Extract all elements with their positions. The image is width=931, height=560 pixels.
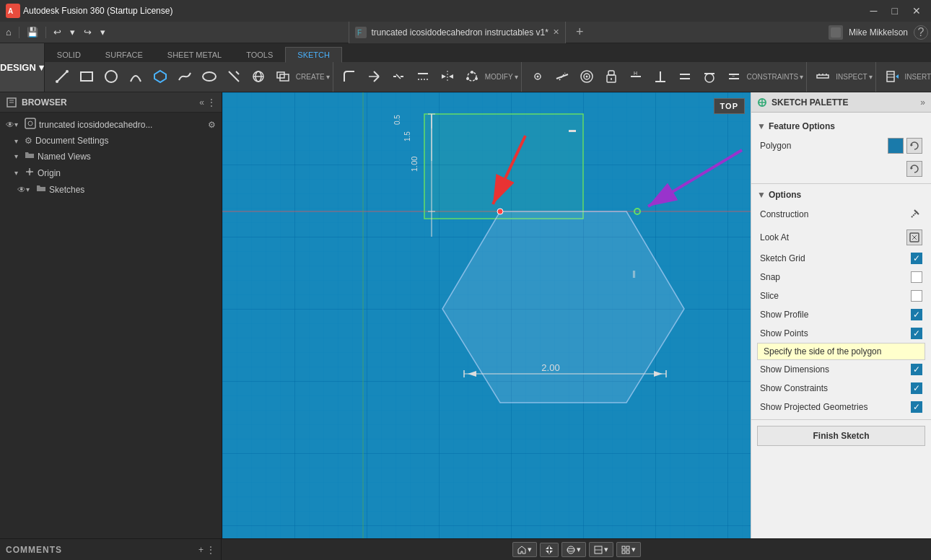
comments-expand-btn[interactable]: ⋮ bbox=[206, 545, 215, 555]
coincident-tool[interactable] bbox=[526, 64, 549, 91]
show-profile-checkbox[interactable]: ✓ bbox=[911, 309, 922, 320]
spline-tool[interactable] bbox=[173, 64, 196, 91]
snap-row: Snap bbox=[751, 268, 931, 286]
show-projected-label: Show Projected Geometries bbox=[760, 402, 867, 412]
show-projected-checkbox[interactable]: ✓ bbox=[911, 401, 922, 413]
perpendicular-tool[interactable] bbox=[649, 64, 672, 91]
trim-tool[interactable] bbox=[222, 64, 245, 91]
user-info[interactable]: Mike Mikkelson bbox=[849, 27, 908, 38]
help-btn[interactable]: ? bbox=[914, 25, 928, 40]
file-tab[interactable]: F truncated icosidodecahedron instructab… bbox=[349, 22, 565, 43]
look-at-icon-btn[interactable] bbox=[906, 229, 922, 245]
tangent-tool[interactable] bbox=[698, 64, 721, 91]
tab-sketch[interactable]: SKETCH bbox=[285, 47, 342, 63]
slice-checkbox[interactable] bbox=[911, 290, 922, 302]
show-points-checkbox[interactable]: ✓ bbox=[911, 328, 922, 339]
construction-icon-btn[interactable] bbox=[906, 206, 922, 222]
rectangle-tool[interactable] bbox=[75, 64, 98, 91]
arc-tool[interactable] bbox=[124, 64, 147, 91]
tree-item-named-views[interactable]: ▾ Named Views bbox=[0, 148, 222, 165]
fillet-tool[interactable] bbox=[338, 64, 361, 91]
eye-icon-root[interactable]: 👁 bbox=[6, 120, 14, 130]
insert-tool[interactable] bbox=[880, 64, 904, 91]
save-btn[interactable]: 💾 bbox=[24, 25, 41, 39]
comments-add-btn[interactable]: + bbox=[198, 545, 204, 555]
file-tab-name: truncated icosidodecahedron instructable… bbox=[371, 27, 548, 38]
minimize-btn[interactable]: ─ bbox=[866, 5, 882, 17]
snap-checkbox[interactable] bbox=[911, 271, 922, 283]
tree-item-root[interactable]: 👁 ▾ truncated icosidodecahedro... ⚙ bbox=[0, 115, 222, 134]
tab-surface[interactable]: SURFACE bbox=[93, 47, 155, 62]
polygon-color-swatch[interactable] bbox=[888, 138, 904, 154]
view-mode-btn[interactable]: ▾ bbox=[589, 542, 613, 557]
mirror-tool[interactable] bbox=[436, 64, 459, 91]
feature-options-label: Feature Options bbox=[769, 121, 835, 131]
feature-options-header[interactable]: ▼ Feature Options bbox=[751, 118, 931, 134]
ellipse-tool[interactable] bbox=[198, 64, 221, 91]
horizontal-tool[interactable]: H bbox=[624, 64, 647, 91]
file-tab-close[interactable]: ✕ bbox=[553, 27, 559, 37]
circle-tool[interactable] bbox=[100, 64, 123, 91]
add-tab-btn[interactable]: + bbox=[572, 25, 588, 40]
equal-tool[interactable]: = bbox=[722, 64, 746, 91]
undo-btn[interactable]: ↩ bbox=[51, 25, 64, 39]
svg-text:▬: ▬ bbox=[569, 126, 576, 134]
sidebar-collapse-btn[interactable]: « bbox=[199, 97, 204, 108]
sidebar-menu-btn[interactable]: ⋮ bbox=[207, 97, 216, 108]
svg-text:F: F bbox=[357, 29, 362, 37]
sketch-grid-checkbox[interactable]: ✓ bbox=[911, 253, 922, 264]
palette-controls: » bbox=[920, 97, 925, 108]
feature-arrow: ▼ bbox=[757, 121, 766, 131]
parallel-tool[interactable] bbox=[673, 64, 696, 91]
svg-rect-54 bbox=[817, 75, 829, 78]
design-button[interactable]: DESIGN ▾ bbox=[0, 43, 45, 92]
concentric-tool[interactable] bbox=[575, 64, 598, 91]
pan-btn[interactable] bbox=[540, 543, 559, 557]
show-constraints-checkbox[interactable]: ✓ bbox=[911, 382, 922, 394]
close-btn[interactable]: ✕ bbox=[908, 5, 925, 17]
view-home-btn[interactable]: ▾ bbox=[512, 542, 537, 557]
polygon-tool[interactable] bbox=[149, 64, 172, 91]
measure-tool[interactable] bbox=[811, 64, 834, 91]
offset-tool[interactable] bbox=[271, 64, 294, 91]
tab-tools[interactable]: TOOLS bbox=[234, 47, 285, 62]
maximize-btn[interactable]: □ bbox=[888, 5, 902, 17]
tree-item-sketches[interactable]: 👁 ▾ Sketches bbox=[0, 181, 222, 198]
tree-item-doc-settings[interactable]: ▾ ⚙ Document Settings bbox=[0, 134, 222, 148]
orbit-btn[interactable]: ▾ bbox=[561, 542, 586, 557]
svg-line-20 bbox=[374, 71, 379, 76]
svg-text:=: = bbox=[732, 73, 735, 78]
undo-dropdown[interactable]: ▾ bbox=[67, 25, 78, 39]
tab-solid[interactable]: SOLID bbox=[45, 47, 93, 62]
grid-toggle-btn[interactable]: ▾ bbox=[616, 542, 641, 557]
offset-modify-tool[interactable] bbox=[411, 64, 434, 91]
finish-sketch-palette-button[interactable]: Finish Sketch bbox=[757, 426, 925, 446]
trim-modify-tool[interactable] bbox=[362, 64, 385, 91]
show-dimensions-checkbox[interactable]: ✓ bbox=[911, 364, 922, 375]
svg-text:0.5: 0.5 bbox=[393, 115, 401, 125]
polygon-extra-btn[interactable] bbox=[906, 161, 922, 177]
fix-tool[interactable] bbox=[600, 64, 623, 91]
svg-point-34 bbox=[536, 75, 538, 77]
redo-btn[interactable]: ↪ bbox=[81, 25, 95, 39]
polygon-refresh-btn[interactable] bbox=[906, 138, 922, 154]
tab-sheet-metal[interactable]: SHEET METAL bbox=[155, 47, 234, 62]
tree-item-origin[interactable]: ▾ Origin bbox=[0, 165, 222, 181]
svg-point-11 bbox=[203, 72, 216, 81]
break-tool[interactable] bbox=[387, 64, 410, 91]
line-tool[interactable] bbox=[51, 64, 74, 91]
notifications-btn[interactable] bbox=[829, 25, 843, 40]
svg-rect-121 bbox=[626, 551, 629, 554]
canvas[interactable]: 1.00 1.5 0.5 2.00 ▬ ‖ bbox=[222, 92, 751, 538]
palette-expand-btn[interactable]: » bbox=[920, 97, 925, 108]
eye-icon-sketches[interactable]: 👁 bbox=[17, 185, 26, 195]
visibility-icon-root[interactable]: ⚙ bbox=[208, 120, 216, 130]
top-view-button[interactable]: TOP bbox=[714, 98, 745, 114]
svg-rect-58 bbox=[887, 71, 894, 82]
home-btn[interactable]: ⌂ bbox=[3, 25, 14, 39]
project-tool[interactable] bbox=[247, 64, 270, 91]
collinear-tool[interactable] bbox=[551, 64, 574, 91]
redo-dropdown[interactable]: ▾ bbox=[97, 25, 108, 39]
circular-tool[interactable] bbox=[460, 64, 484, 91]
options-header[interactable]: ▼ Options bbox=[751, 187, 931, 203]
